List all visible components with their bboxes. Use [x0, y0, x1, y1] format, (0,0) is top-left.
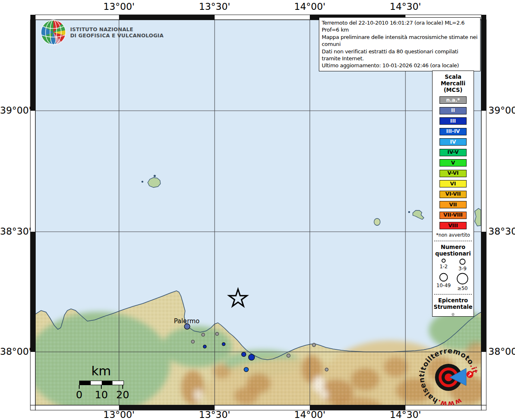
scale-tick — [79, 385, 80, 389]
scale-tick — [122, 385, 123, 389]
intensity-dot-n.a. — [287, 354, 290, 357]
axis-label-right-1: 38°30' — [488, 226, 515, 237]
epicenter-title-line2: Strumentale — [434, 304, 473, 310]
epicenter-title-line1: Epicentro — [438, 297, 468, 304]
scale-bar: km 0 10 20 — [79, 363, 124, 401]
mercalli-chip-n.a.*: n.a.* — [439, 96, 467, 104]
axis-label-right-0: 39°00' — [488, 105, 515, 116]
epicenter-star-icon — [448, 313, 458, 316]
legend-separator — [434, 241, 472, 241]
info-line-event: Terremoto del 22-10-2010 16:01:27 (ora l… — [322, 19, 478, 34]
intensity-dot-III — [203, 345, 206, 348]
scale-label-10: 10 — [95, 389, 108, 401]
intensity-dot-III-IV — [244, 368, 249, 372]
mercalli-chip-v: V — [439, 159, 467, 167]
questionnaire-size-1-2: 1-2 — [435, 258, 452, 272]
watermark-www: www. — [436, 397, 463, 408]
axis-label-right-2: 38°00' — [488, 346, 515, 357]
axis-label-left-2: 38°00' — [0, 346, 26, 357]
mercalli-chip-viii: VIII — [439, 222, 467, 229]
questionnaire-title-line1: Numero — [441, 244, 465, 250]
info-line-data-source: Dati non verificati estratti da 80 quest… — [322, 48, 478, 62]
scale-bar-segments — [79, 381, 124, 385]
mercalli-scale-chips: n.a.*IIIIIIII-IVIVIV-VVV-VIVIVI-VIIVIIVI… — [439, 96, 467, 229]
legend-title-line1: Scala — [445, 73, 462, 80]
intensity-dot-III — [249, 354, 255, 361]
legend-panel: Scala Mercalli (MCS) n.a.*IIIIIIII-IVIVI… — [432, 71, 474, 317]
mercalli-chip-vii-viii: VII-VIII — [439, 212, 467, 219]
mercalli-chip-iv: IV — [439, 138, 467, 146]
axis-label-top-3: 14°30' — [383, 1, 428, 12]
mercalli-chip-iii: III — [439, 117, 467, 125]
intensity-dot-III — [222, 342, 225, 346]
legend-separator — [434, 294, 472, 294]
questionnaire-size-key: 1-23-910-49≥50 — [434, 258, 472, 291]
questionnaire-size-≥50: ≥50 — [454, 272, 471, 291]
macroseismic-map-page: 13°00'13°30'14°00'14°30'13°00'13°30'14°0… — [0, 0, 515, 420]
info-line-map-type: Mappa preliminare delle intensità macros… — [322, 34, 478, 48]
legend-footnote: *non avvertito — [436, 232, 470, 238]
ingv-name-line1: ISTITUTO NAZIONALE — [70, 26, 164, 32]
axis-label-top-2: 14°00' — [287, 1, 332, 12]
legend-title-line2: Mercalli — [441, 80, 465, 87]
earthquake-info-box: Terremoto del 22-10-2010 16:01:27 (ora l… — [319, 17, 481, 71]
scale-tick — [101, 385, 102, 389]
info-line-updated: Ultimo aggiornamento: 10-01-2026 02:46 (… — [322, 62, 478, 69]
axis-label-bottom-0: 13°00' — [96, 409, 142, 420]
questionnaire-title-line2: questionari — [435, 250, 471, 257]
intensity-dot-n.a. — [325, 368, 328, 371]
axis-label-top-0: 13°00' — [96, 1, 142, 12]
ingv-logo: ISTITUTO NAZIONALE DI GEOFISICA E VULCAN… — [40, 19, 172, 46]
intensity-dot-n.a. — [312, 343, 316, 347]
intensity-dot-n.a. — [191, 340, 195, 343]
mercalli-chip-vii: VII — [439, 201, 467, 208]
legend-title-line3: (MCS) — [444, 87, 462, 93]
questionnaire-size-10-49: 10-49 — [435, 272, 452, 291]
intensity-dot-n.a. — [201, 333, 205, 336]
mercalli-chip-iii-iv: III-IV — [439, 128, 467, 135]
axis-label-left-0: 39°00' — [0, 105, 26, 116]
questionnaire-size-3-9: 3-9 — [454, 258, 471, 272]
ingv-globe-icon — [40, 19, 66, 46]
axis-label-left-1: 38°30' — [0, 226, 26, 237]
mercalli-chip-vi-vii: VI-VII — [439, 191, 467, 198]
mercalli-chip-iv-v: IV-V — [439, 149, 467, 156]
scale-bar-unit: km — [79, 363, 123, 378]
city-label-palermo: Palermo — [172, 317, 201, 325]
intensity-dot-III — [242, 352, 246, 357]
haisentitoilterremoto-logo: ? www.haisentitoilterremoto.it — [412, 345, 490, 418]
scale-label-0: 0 — [76, 389, 82, 401]
scale-label-20: 20 — [116, 389, 129, 401]
mercalli-chip-v-vi: V-VI — [439, 170, 467, 177]
mercalli-chip-vi: VI — [439, 180, 467, 187]
ingv-name-line2: DI GEOFISICA E VULCANOLOGIA — [70, 32, 164, 39]
axis-label-bottom-2: 14°00' — [287, 409, 332, 420]
intensity-dot-n.a. — [215, 332, 219, 336]
axis-label-bottom-1: 13°30' — [192, 409, 237, 420]
mercalli-chip-ii: II — [439, 107, 467, 114]
axis-label-top-1: 13°30' — [192, 1, 237, 12]
